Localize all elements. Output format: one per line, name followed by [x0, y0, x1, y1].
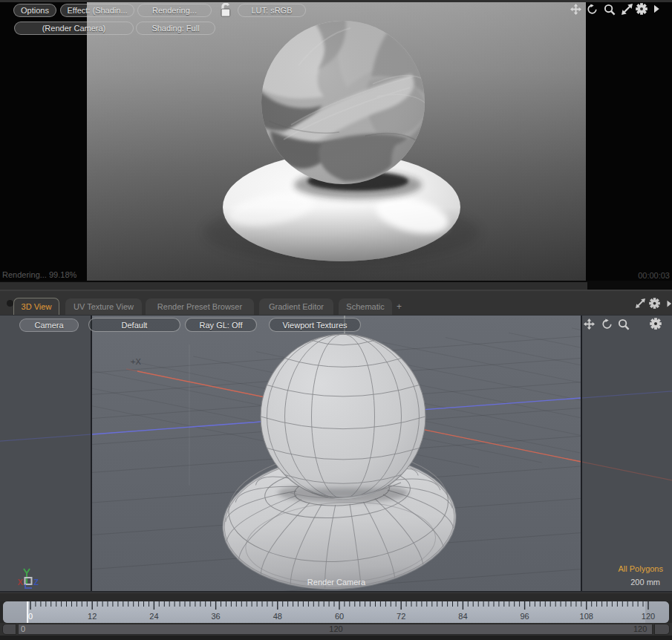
svg-text:36: 36 — [211, 612, 220, 621]
svg-text:X: X — [18, 578, 24, 587]
svg-text:108: 108 — [580, 612, 593, 621]
svg-text:24: 24 — [149, 612, 158, 621]
svg-text:48: 48 — [273, 612, 282, 621]
svg-text:96: 96 — [520, 612, 529, 621]
svg-text:84: 84 — [458, 612, 467, 621]
svg-text:60: 60 — [335, 612, 344, 621]
svg-text:0: 0 — [28, 612, 33, 621]
svg-text:120: 120 — [642, 612, 655, 621]
svg-text:72: 72 — [397, 612, 405, 621]
svg-text:12: 12 — [88, 612, 97, 621]
svg-text:Z: Z — [33, 578, 39, 587]
